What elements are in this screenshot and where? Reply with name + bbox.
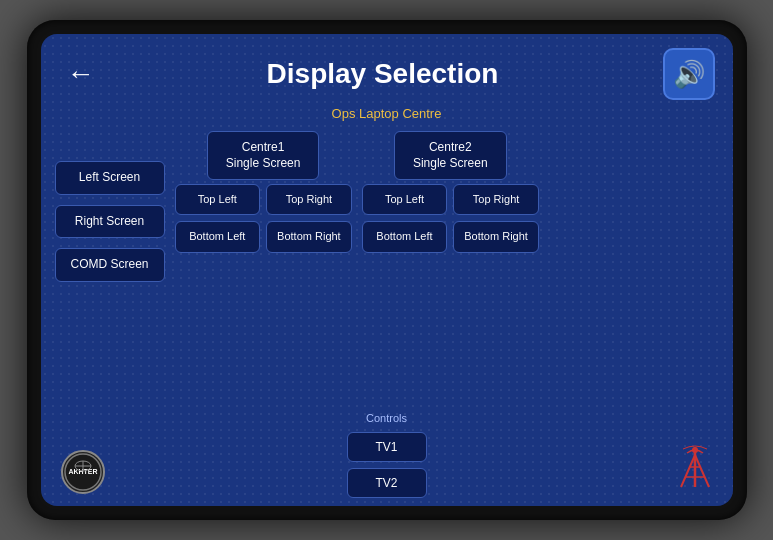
subtitle: Ops Laptop Centre [41, 106, 733, 121]
sound-button[interactable]: 🔊 [663, 48, 715, 100]
centre1-section: Centre1Single Screen Top Left Top Right … [175, 131, 352, 253]
centre2-quad-grid: Top Left Top Right Bottom Left Bottom Ri… [362, 184, 539, 252]
akhter-logo-svg: AKHTER [63, 452, 103, 492]
centre2-top-left-button[interactable]: Top Left [362, 184, 448, 215]
controls-label: Controls [366, 412, 407, 424]
centre2-single-screen-button[interactable]: Centre2Single Screen [394, 131, 507, 180]
comd-screen-button[interactable]: COMD Screen [55, 248, 165, 282]
centre2-section: Centre2Single Screen Top Left Top Right … [362, 131, 539, 253]
logo-area: AKHTER [61, 450, 105, 494]
centre1-top-left-button[interactable]: Top Left [175, 184, 261, 215]
tv2-button[interactable]: TV2 [346, 468, 426, 498]
left-column: Left Screen Right Screen COMD Screen [55, 131, 165, 282]
tower-icon [677, 445, 713, 489]
akhter-logo: AKHTER [61, 450, 105, 494]
centre1-bottom-left-button[interactable]: Bottom Left [175, 221, 261, 252]
svg-line-6 [681, 455, 695, 487]
controls-section: Controls TV1 TV2 [346, 412, 426, 498]
centre2-bottom-right-button[interactable]: Bottom Right [453, 221, 539, 252]
main-content: Left Screen Right Screen COMD Screen Cen… [41, 131, 733, 282]
svg-line-7 [695, 455, 709, 487]
page-title: Display Selection [103, 58, 663, 90]
left-screen-button[interactable]: Left Screen [55, 161, 165, 195]
centre1-bottom-right-button[interactable]: Bottom Right [266, 221, 352, 252]
centre1-single-screen-button[interactable]: Centre1Single Screen [207, 131, 320, 180]
centre2-top-right-button[interactable]: Top Right [453, 184, 539, 215]
centre2-bottom-left-button[interactable]: Bottom Left [362, 221, 448, 252]
tower-icon-area [677, 445, 713, 496]
back-button[interactable]: ← [59, 58, 103, 90]
device-frame: ← Display Selection 🔊 Ops Laptop Centre … [27, 20, 747, 520]
right-screen-button[interactable]: Right Screen [55, 205, 165, 239]
header: ← Display Selection 🔊 [41, 34, 733, 106]
screen: ← Display Selection 🔊 Ops Laptop Centre … [41, 34, 733, 506]
centre1-quad-grid: Top Left Top Right Bottom Left Bottom Ri… [175, 184, 352, 252]
tv1-button[interactable]: TV1 [346, 432, 426, 462]
centre1-top-right-button[interactable]: Top Right [266, 184, 352, 215]
